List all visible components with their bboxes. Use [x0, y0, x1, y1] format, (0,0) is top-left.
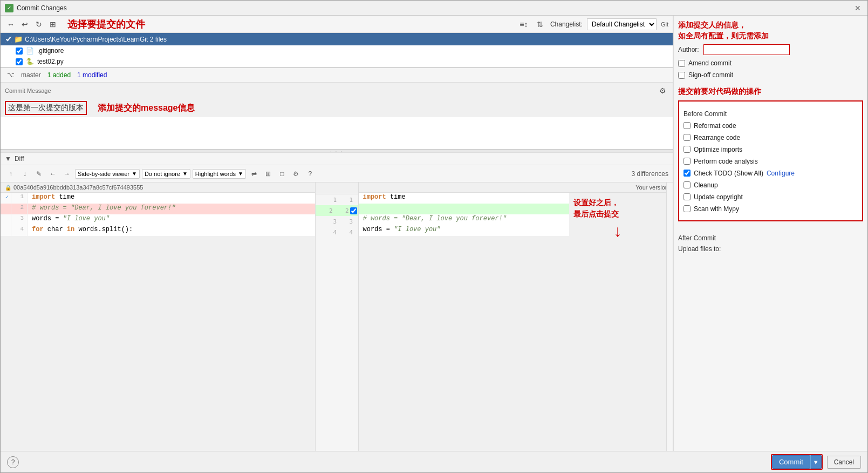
git-label: Git — [661, 21, 668, 28]
diff-right-panel: Your version import time — [359, 183, 673, 451]
diff-center-header — [316, 183, 358, 194]
viewer-dropdown-arrow: ▼ — [132, 171, 137, 177]
commit-message-settings[interactable]: ⚙ — [657, 85, 668, 97]
copyright-label: Update copyright — [694, 193, 743, 201]
reformat-row: Reformat code — [684, 121, 858, 131]
amend-checkbox[interactable] — [678, 60, 685, 67]
ignore-label: Do not ignore — [145, 171, 180, 177]
after-commit-section: After Commit Upload files to: — [678, 230, 863, 256]
undo-btn[interactable]: ↩ — [19, 18, 31, 30]
diff-checkbox-2[interactable] — [350, 207, 357, 214]
group-btn[interactable]: ⊞ — [47, 18, 59, 30]
help-button[interactable]: ? — [7, 456, 19, 468]
lock-icon: 🔒 — [5, 185, 11, 191]
rearrange-row: Rearrange code — [684, 133, 858, 143]
diff-toggle3-btn[interactable]: □ — [276, 168, 288, 180]
analysis-checkbox[interactable] — [684, 158, 691, 165]
ignore-dropdown[interactable]: Do not ignore ▼ — [142, 169, 190, 179]
diff-left-code: ✓ 1 import time 2 # words = "Dear, I lov… — [1, 193, 315, 451]
main-toolbar: ↔ ↩ ↻ ⊞ 选择要提交的文件 ≡↕ ⇅ Changelist: Defaul… — [1, 16, 673, 33]
folder-icon: 📁 — [14, 35, 23, 43]
diff-edit-btn[interactable]: ✎ — [33, 168, 45, 180]
diff-header[interactable]: ▼ Diff — [1, 153, 673, 165]
diff-left-line-2: 2 # words = "Dear, I love you forever!" — [1, 204, 315, 214]
line-content-right-3: # words = "Dear, I love you forever!" — [359, 214, 570, 225]
viewer-dropdown[interactable]: Side-by-side viewer ▼ — [75, 169, 140, 179]
highlight-dropdown[interactable]: Highlight words ▼ — [193, 169, 246, 179]
optimize-row: Optimize imports — [684, 145, 858, 154]
commit-message-header: Commit Message ⚙ — [1, 83, 673, 99]
mypy-checkbox[interactable] — [684, 205, 691, 212]
window-title: Commit Changes — [17, 4, 852, 12]
cleanup-checkbox[interactable] — [684, 181, 691, 188]
analysis-row: Perform code analysis — [684, 157, 858, 166]
diff-collapse-arrow: ▼ — [5, 155, 11, 163]
center-row-2: 2 2 — [316, 205, 358, 216]
changelist-label: Changelist: — [550, 21, 583, 28]
diff-help-btn[interactable]: ? — [304, 168, 316, 180]
optimize-checkbox[interactable] — [684, 146, 691, 153]
mypy-row: Scan with Mypy — [684, 204, 858, 214]
cancel-button[interactable]: Cancel — [827, 456, 861, 469]
sort2-btn[interactable]: ⇅ — [534, 18, 546, 30]
amend-label: Amend commit — [688, 59, 732, 67]
status-bar: ⌥ master 1 added 1 modified — [1, 67, 673, 83]
top-annotation: 添加提交人的信息，如全局有配置，则无需添加 — [678, 20, 863, 41]
app-icon: ✓ — [5, 4, 13, 12]
sort-btn[interactable]: ≡↕ — [518, 18, 530, 30]
author-input[interactable] — [703, 44, 790, 55]
arrow-left-btn[interactable]: ↔ — [5, 18, 17, 30]
diff-toolbar: ↑ ↓ ✎ ← → Side-by-side viewer ▼ Do not i… — [1, 165, 673, 183]
diff-right-content: import time # words = "Dear, I love you … — [359, 193, 673, 451]
close-button[interactable]: ✕ — [852, 3, 863, 13]
mypy-label: Scan with Mypy — [694, 205, 739, 213]
todo-row: Check TODO (Show All) Configure — [684, 168, 858, 178]
author-row: Author: — [678, 44, 863, 55]
diff-right-line-4: words = "I love you" — [359, 225, 570, 236]
analysis-label: Perform code analysis — [694, 158, 758, 165]
commit-button[interactable]: Commit — [772, 455, 810, 469]
branch-icon: ⌥ — [7, 71, 15, 79]
rearrange-checkbox[interactable] — [684, 134, 691, 141]
reformat-checkbox[interactable] — [684, 122, 691, 129]
diff-vscrollbar — [666, 183, 673, 451]
root-checkbox[interactable] — [5, 36, 12, 43]
diff-left-line-1: ✓ 1 import time — [1, 193, 315, 204]
gitignore-icon: 📄 — [26, 47, 34, 55]
diff-toggle2-btn[interactable]: ⊞ — [262, 168, 274, 180]
copyright-row: Update copyright — [684, 192, 858, 202]
before-commit-title: Before Commit — [684, 110, 858, 118]
commit-dropdown-button[interactable]: ▼ — [810, 455, 822, 469]
diff-differences: 3 differences — [632, 170, 669, 178]
copyright-checkbox[interactable] — [684, 193, 691, 200]
diff-left-label: 🔒 00a540d5a916bbddb313a347a8c57cf6744935… — [1, 183, 315, 193]
diff-title: Diff — [15, 155, 24, 163]
diff-settings-btn[interactable]: ⚙ — [290, 168, 302, 180]
center-row-4: 4 4 — [316, 227, 358, 238]
diff-left-check-1: ✓ — [1, 193, 11, 204]
gitignore-checkbox[interactable] — [16, 48, 23, 55]
file-tree: 📁 C:\Users\KeYou\PycharmProjects\LearnGi… — [1, 33, 673, 67]
cleanup-row: Cleanup — [684, 180, 858, 190]
signoff-checkbox[interactable] — [678, 72, 685, 79]
diff-next-btn[interactable]: → — [61, 168, 73, 180]
tree-root[interactable]: 📁 C:\Users\KeYou\PycharmProjects\LearnGi… — [1, 33, 673, 45]
reformat-label: Reformat code — [694, 122, 736, 130]
changelist-select[interactable]: Default Changelist — [587, 18, 657, 30]
diff-prev-btn[interactable]: ← — [47, 168, 59, 180]
line-content-right-1: import time — [359, 193, 570, 204]
diff-down-btn[interactable]: ↓ — [19, 168, 31, 180]
todo-label: Check TODO (Show All) — [694, 170, 763, 177]
diff-toggle1-btn[interactable]: ⇌ — [248, 168, 260, 180]
tree-item-gitignore[interactable]: 📄 .gitignore — [1, 45, 673, 56]
tree-item-test02[interactable]: 🐍 test02.py — [1, 56, 673, 67]
diff-right-annotation: 设置好之后，最后点击提交 ↓ — [569, 193, 666, 451]
test02-checkbox[interactable] — [16, 58, 23, 65]
diff-up-btn[interactable]: ↑ — [5, 168, 17, 180]
python-icon: 🐍 — [26, 58, 34, 65]
configure-link[interactable]: Configure — [767, 170, 795, 177]
refresh-btn[interactable]: ↻ — [33, 18, 45, 30]
annotation-bottom-text: 设置好之后，最后点击提交 — [573, 197, 662, 220]
diff-left-line-4: 4 for char in words.split(): — [1, 225, 315, 236]
todo-checkbox[interactable] — [684, 170, 691, 177]
